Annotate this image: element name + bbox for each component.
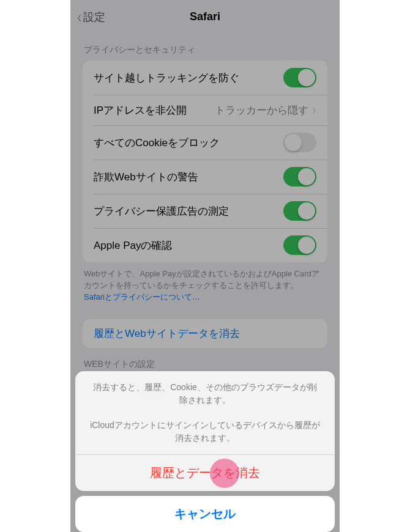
sheet-cancel-button[interactable]: キャンセル bbox=[75, 496, 335, 532]
chevron-left-icon: ‹ bbox=[77, 9, 81, 26]
footer-desc: Webサイトで、Apple Payが設定されているかおよびApple Cardア… bbox=[84, 269, 319, 290]
nav-back-label: 設定 bbox=[83, 10, 105, 24]
chevron-right-icon: › bbox=[313, 102, 316, 118]
row-fraud-warning[interactable]: 詐欺Webサイトの警告 bbox=[83, 160, 327, 194]
sheet-group: 消去すると、履歴、Cookie、その他のブラウズデータが削除されます。 iClo… bbox=[75, 371, 335, 491]
row-label: Apple Payの確認 bbox=[94, 238, 173, 253]
toggle-prevent-tracking[interactable] bbox=[283, 68, 316, 87]
clear-history-list: 履歴とWebサイトデータを消去 bbox=[83, 319, 327, 348]
row-label: すべてのCookieをブロック bbox=[94, 136, 220, 150]
sheet-clear-label: 履歴とデータを消去 bbox=[150, 466, 260, 479]
row-hide-ip[interactable]: IPアドレスを非公開 トラッカーから隠す › bbox=[83, 95, 327, 125]
row-clear-history[interactable]: 履歴とWebサイトデータを消去 bbox=[83, 319, 327, 348]
row-label: 詐欺Webサイトの警告 bbox=[94, 170, 198, 184]
footer-link[interactable]: Safariとプライバシーについて… bbox=[84, 292, 200, 301]
toggle-privacy-ad[interactable] bbox=[283, 201, 316, 221]
settings-content: プライバシーとセキュリティ サイト越しトラッキングを防ぐ IPアドレスを非公開 … bbox=[70, 34, 340, 405]
clear-history-label: 履歴とWebサイトデータを消去 bbox=[94, 327, 240, 341]
touch-indicator bbox=[210, 459, 239, 488]
row-label: プライバシー保護広告の測定 bbox=[94, 204, 229, 218]
toggle-block-cookies[interactable] bbox=[283, 133, 316, 152]
action-sheet: 消去すると、履歴、Cookie、その他のブラウズデータが削除されます。 iClo… bbox=[75, 371, 335, 532]
nav-title: Safari bbox=[190, 10, 220, 23]
nav-back-button[interactable]: ‹ 設定 bbox=[76, 9, 105, 26]
toggle-apple-pay[interactable] bbox=[283, 235, 316, 255]
row-apple-pay[interactable]: Apple Payの確認 bbox=[83, 228, 327, 262]
row-privacy-ad[interactable]: プライバシー保護広告の測定 bbox=[83, 194, 327, 228]
row-prevent-tracking[interactable]: サイト越しトラッキングを防ぐ bbox=[83, 61, 327, 95]
nav-bar: ‹ 設定 Safari bbox=[70, 0, 340, 34]
sheet-cancel-label: キャンセル bbox=[174, 507, 236, 520]
toggle-fraud-warning[interactable] bbox=[283, 167, 316, 187]
section-privacy-header: プライバシーとセキュリティ bbox=[70, 34, 340, 61]
sheet-message-1: 消去すると、履歴、Cookie、その他のブラウズデータが削除されます。 bbox=[75, 371, 335, 416]
footer-text: Webサイトで、Apple Payが設定されているかおよびApple Cardア… bbox=[70, 262, 340, 306]
row-value: トラッカーから隠す bbox=[215, 103, 308, 117]
row-block-cookies[interactable]: すべてのCookieをブロック bbox=[83, 125, 327, 160]
row-label: サイト越しトラッキングを防ぐ bbox=[94, 71, 239, 85]
row-label: IPアドレスを非公開 bbox=[94, 103, 187, 117]
sheet-clear-button[interactable]: 履歴とデータを消去 bbox=[75, 455, 335, 491]
privacy-list: サイト越しトラッキングを防ぐ IPアドレスを非公開 トラッカーから隠す › すべ… bbox=[83, 61, 327, 262]
sheet-message-2: iCloudアカウントにサインインしているデバイスから履歴が消去されます。 bbox=[75, 416, 335, 454]
section-website-header: WEBサイトの設定 bbox=[70, 348, 340, 375]
